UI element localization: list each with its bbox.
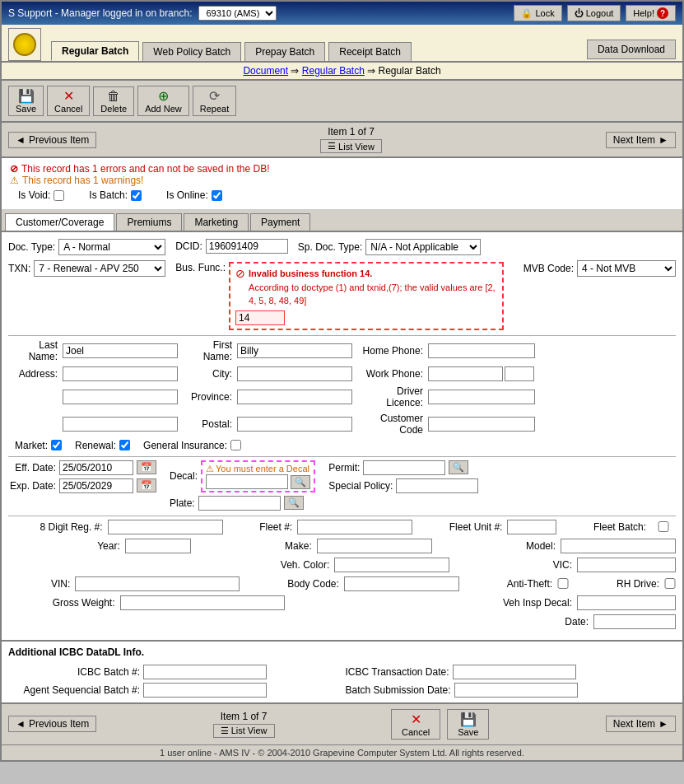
- address-input[interactable]: [63, 366, 178, 381]
- logout-button[interactable]: ⏻ Logout: [567, 5, 621, 21]
- date-input[interactable]: [593, 614, 676, 629]
- fleet-unit-input[interactable]: [507, 520, 556, 534]
- eff-date-input[interactable]: [59, 460, 133, 475]
- next-item-button[interactable]: Next Item ►: [606, 132, 676, 148]
- txn-select[interactable]: 7 - Renewal - APV 250: [34, 260, 165, 277]
- decal-search-button[interactable]: 🔍: [291, 475, 310, 489]
- error-message: ⊘ This record has 1 errors and can not b…: [10, 163, 674, 175]
- icbc-transaction-input[interactable]: [453, 665, 576, 679]
- agent-seq-input[interactable]: [143, 683, 267, 698]
- bottom-prev-item-button[interactable]: ◄ Previous Item: [8, 716, 96, 732]
- mvb-code-select[interactable]: 4 - Not MVB: [577, 260, 676, 277]
- general-insurance-checkbox[interactable]: [230, 440, 241, 450]
- bottom-save-button[interactable]: 💾 Save: [447, 709, 489, 740]
- bottom-list-view-button[interactable]: ☰ List View: [213, 724, 275, 738]
- repeat-icon: ⟳: [209, 88, 220, 104]
- work-phone-input[interactable]: [428, 366, 503, 381]
- save-button[interactable]: 💾 Save: [8, 86, 44, 116]
- batch-submission-label: Batch Submission Date:: [346, 684, 451, 696]
- breadcrumb-regular-batch2: Regular Batch: [379, 65, 441, 77]
- is-batch-checkbox[interactable]: [131, 190, 142, 201]
- cancel-button[interactable]: ✕ Cancel: [47, 86, 90, 116]
- exp-date-input[interactable]: [59, 478, 133, 493]
- prev-icon: ◄: [16, 134, 26, 146]
- market-checkbox[interactable]: [51, 440, 62, 450]
- delete-button[interactable]: 🗑 Delete: [93, 86, 134, 116]
- veh-color-input[interactable]: [334, 558, 449, 572]
- vin-input[interactable]: [75, 576, 240, 591]
- fleet-num-label: Fleet #:: [228, 521, 293, 533]
- prev-item-button[interactable]: ◄ Previous Item: [8, 132, 96, 148]
- data-download-button[interactable]: Data Download: [587, 40, 676, 59]
- icbc-batch-input[interactable]: [143, 665, 267, 679]
- breadcrumb-regular-batch1[interactable]: Regular Batch: [302, 65, 365, 77]
- bottom-cancel-button[interactable]: ✕ Cancel: [391, 709, 440, 740]
- city-input[interactable]: [237, 366, 352, 381]
- gross-weight-input[interactable]: [120, 595, 285, 610]
- home-phone-input[interactable]: [428, 343, 535, 358]
- veh-insp-decal-input[interactable]: [577, 595, 676, 610]
- special-policy-input[interactable]: [396, 478, 478, 493]
- veh-color-label: Veh. Color:: [182, 559, 329, 571]
- year-input[interactable]: [125, 539, 191, 553]
- tab-prepay-batch[interactable]: Prepay Batch: [244, 42, 325, 61]
- repeat-button[interactable]: ⟳ Repeat: [193, 86, 236, 116]
- tab-marketing[interactable]: Marketing: [184, 213, 249, 231]
- driver-licence-input[interactable]: [428, 390, 535, 404]
- bus-func-label: Bus. Func.:: [175, 260, 226, 273]
- breadcrumb-document[interactable]: Document: [243, 65, 288, 77]
- exp-date-cal-button[interactable]: 📅: [137, 478, 156, 492]
- vic-input[interactable]: [577, 558, 676, 572]
- renewal-checkbox[interactable]: [119, 440, 130, 450]
- tab-web-policy-batch[interactable]: Web Policy Batch: [142, 42, 241, 61]
- body-code-label: Body Code:: [244, 578, 339, 590]
- batch-submission-input[interactable]: [454, 683, 578, 698]
- plate-label: Plate:: [170, 497, 195, 509]
- body-code-input[interactable]: [344, 576, 459, 591]
- first-name-input[interactable]: [237, 343, 352, 358]
- tab-premiums[interactable]: Premiums: [116, 213, 182, 231]
- last-name-input[interactable]: [63, 343, 178, 358]
- mvb-code-label: MVB Code:: [523, 263, 574, 274]
- gross-weight-label: Gross Weight:: [8, 597, 115, 609]
- make-input[interactable]: [317, 539, 432, 553]
- address3-input[interactable]: [63, 417, 178, 432]
- model-input[interactable]: [561, 539, 676, 553]
- decal-input[interactable]: [206, 474, 288, 489]
- is-void-checkbox[interactable]: [54, 190, 64, 201]
- eight-digit-input[interactable]: [108, 520, 223, 534]
- plate-input[interactable]: [198, 496, 281, 511]
- help-button[interactable]: Help! ?: [626, 5, 676, 21]
- eff-date-cal-button[interactable]: 📅: [137, 460, 156, 474]
- tab-receipt-batch[interactable]: Receipt Batch: [328, 42, 412, 61]
- branch-select[interactable]: 69310 (AMS): [198, 6, 277, 21]
- customer-code-input[interactable]: [428, 417, 535, 432]
- is-online-checkbox[interactable]: [212, 190, 222, 201]
- permit-input[interactable]: [363, 460, 445, 475]
- add-new-button[interactable]: ⊕ Add New: [137, 86, 189, 116]
- fleet-batch-checkbox[interactable]: [651, 521, 676, 532]
- rh-drive-checkbox[interactable]: [664, 578, 676, 589]
- fleet-num-input[interactable]: [297, 520, 412, 534]
- list-icon: ☰: [328, 141, 336, 152]
- bottom-next-item-button[interactable]: Next Item ►: [606, 716, 676, 732]
- plate-search-button[interactable]: 🔍: [284, 496, 304, 510]
- save-icon: 💾: [18, 88, 35, 104]
- postal-input[interactable]: [237, 417, 352, 432]
- tab-payment[interactable]: Payment: [250, 213, 310, 231]
- work-phone2-input[interactable]: [505, 366, 534, 381]
- bus-func-input[interactable]: [235, 310, 285, 325]
- sp-doc-type-select[interactable]: N/A - Not Applicable: [365, 239, 481, 255]
- tab-customer-coverage[interactable]: Customer/Coverage: [5, 213, 114, 231]
- list-view-button[interactable]: ☰ List View: [320, 139, 382, 153]
- anti-theft-checkbox[interactable]: [557, 578, 569, 589]
- tab-regular-batch[interactable]: Regular Batch: [51, 41, 139, 61]
- permit-search-button[interactable]: 🔍: [449, 460, 468, 474]
- date-label: Date:: [565, 616, 589, 628]
- lock-button[interactable]: 🔒 Lock: [514, 5, 561, 21]
- province-input[interactable]: [237, 390, 352, 404]
- address2-input[interactable]: [63, 390, 178, 404]
- dcid-input[interactable]: [206, 239, 288, 254]
- doc-type-select[interactable]: A - Normal: [58, 239, 165, 255]
- error-text: Invalid business function 14. According …: [249, 267, 497, 308]
